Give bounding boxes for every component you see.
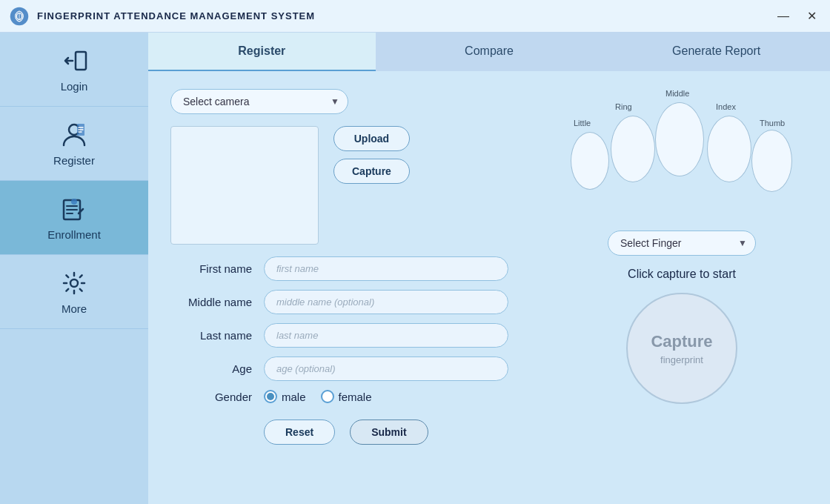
capture-photo-button[interactable]: Capture — [333, 159, 410, 184]
first-name-row: First name — [170, 256, 534, 281]
sidebar-enrollment-label: Enrollment — [47, 228, 101, 241]
right-panel: Middle Ring Index Little Thumb — [556, 89, 808, 486]
sidebar-item-enrollment[interactable]: Enrollment — [0, 181, 148, 255]
gender-male-label: male — [282, 391, 306, 403]
sidebar-item-login[interactable]: Login — [0, 33, 148, 107]
middle-name-label: Middle name — [170, 296, 252, 308]
gender-female-option[interactable]: female — [321, 390, 372, 403]
gender-options: male female — [264, 390, 372, 403]
svg-point-9 — [70, 279, 78, 287]
minimize-button[interactable]: — — [773, 7, 794, 24]
form-buttons: Reset Submit — [170, 420, 534, 445]
camera-row: Upload Capture — [170, 126, 534, 245]
tab-register[interactable]: Register — [148, 33, 376, 71]
middle-name-input[interactable] — [264, 290, 508, 314]
age-input[interactable] — [264, 357, 508, 381]
last-name-label: Last name — [170, 329, 252, 342]
first-name-label: First name — [170, 262, 252, 275]
camera-preview — [170, 126, 319, 245]
capture-circle-sub: fingerprint — [660, 354, 703, 365]
sidebar-more-label: More — [62, 302, 87, 315]
reset-button[interactable]: Reset — [264, 420, 335, 445]
capture-instruction: Click capture to start — [628, 268, 736, 281]
tab-compare[interactable]: Compare — [376, 33, 603, 71]
titlebar: FINGERPRINT ATTENDANCE MANAGEMENT SYSTEM… — [0, 0, 830, 33]
middle-finger-oval — [655, 102, 704, 176]
upload-button[interactable]: Upload — [333, 126, 410, 151]
gender-male-option[interactable]: male — [264, 390, 306, 403]
submit-button[interactable]: Submit — [350, 420, 428, 445]
tab-generate-report[interactable]: Generate Report — [602, 33, 830, 71]
close-button[interactable]: ✕ — [803, 7, 821, 24]
last-name-input[interactable] — [264, 323, 508, 348]
titlebar-controls: — ✕ — [773, 7, 821, 24]
sidebar-item-register[interactable]: Register — [0, 107, 148, 181]
svg-rect-4 — [77, 53, 84, 68]
gender-male-radio[interactable] — [264, 390, 277, 403]
capture-circle-text: Capture — [651, 332, 712, 351]
ring-finger-label: Ring — [615, 102, 632, 111]
main-layout: Login Register — [0, 33, 830, 504]
gender-female-radio[interactable] — [321, 390, 334, 403]
select-finger-dropdown[interactable]: Select Finger Little Ring Middle Index T… — [608, 231, 756, 256]
titlebar-left: FINGERPRINT ATTENDANCE MANAGEMENT SYSTEM — [9, 6, 315, 27]
index-finger-oval — [707, 116, 751, 182]
age-label: Age — [170, 362, 252, 375]
left-panel: Select camera ▼ Upload Capture First nam… — [170, 89, 534, 486]
sidebar-item-more[interactable]: More — [0, 255, 148, 329]
camera-select-wrapper: Select camera ▼ — [170, 89, 348, 114]
login-icon — [59, 46, 89, 76]
thumb-finger-label: Thumb — [760, 119, 785, 127]
app-title: FINGERPRINT ATTENDANCE MANAGEMENT SYSTEM — [37, 10, 315, 21]
ring-finger-oval — [611, 116, 655, 182]
little-finger-label: Little — [574, 119, 591, 127]
register-icon — [59, 120, 89, 150]
thumb-finger-oval — [751, 130, 792, 192]
tabs: Register Compare Generate Report — [148, 33, 830, 71]
sidebar-login-label: Login — [61, 80, 88, 93]
capture-fingerprint-button[interactable]: Capture fingerprint — [626, 293, 737, 404]
select-finger-wrapper: Select Finger Little Ring Middle Index T… — [608, 231, 756, 256]
index-finger-label: Index — [716, 102, 736, 111]
middle-name-row: Middle name — [170, 290, 534, 314]
little-finger-oval — [571, 132, 609, 190]
camera-select[interactable]: Select camera — [170, 89, 348, 114]
gender-row: Gender male female — [170, 390, 534, 403]
gender-female-label: female — [339, 391, 372, 403]
content-area: Register Compare Generate Report Select … — [148, 33, 830, 504]
svg-point-8 — [71, 199, 77, 205]
settings-icon — [59, 268, 89, 298]
age-row: Age — [170, 357, 534, 381]
app-icon — [9, 6, 30, 27]
sidebar: Login Register — [0, 33, 148, 504]
middle-finger-label: Middle — [665, 89, 689, 98]
first-name-input[interactable] — [264, 256, 508, 281]
fingers-display: Middle Ring Index Little Thumb — [571, 89, 793, 219]
form-section: First name Middle name Last name Age — [170, 256, 534, 403]
sidebar-register-label: Register — [53, 154, 95, 167]
register-panel: Select camera ▼ Upload Capture First nam… — [148, 71, 830, 504]
camera-buttons: Upload Capture — [333, 126, 410, 184]
enrollment-icon — [59, 194, 89, 224]
gender-label: Gender — [170, 391, 252, 403]
last-name-row: Last name — [170, 323, 534, 348]
